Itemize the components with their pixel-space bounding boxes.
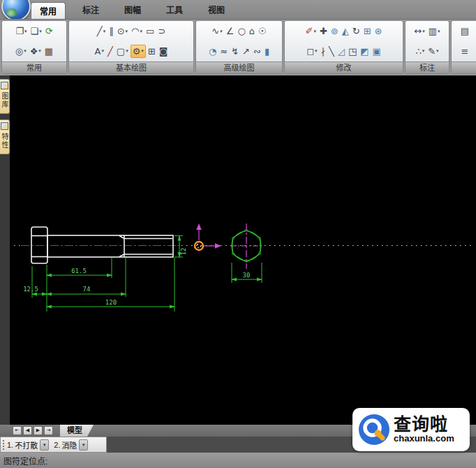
arc-icon[interactable]: ◠▾ (130, 25, 144, 37)
break-icon[interactable]: ∤ (320, 45, 327, 57)
spline-icon-dropdown[interactable]: ▾ (220, 29, 223, 34)
option-2-label[interactable]: 消隐 (61, 439, 77, 451)
sidebar-tab-图库[interactable]: 图库 (0, 79, 10, 114)
zigzag-icon[interactable]: ↯ (230, 45, 240, 57)
polyline-icon[interactable]: ⊃ (156, 25, 167, 37)
ribbon-group-高级绘图: ∿▾∠○⌂☉◔≈↯↗∾▮高级绘图 (195, 20, 283, 74)
dimension-icon-dropdown[interactable]: ▾ (422, 29, 425, 34)
centerline-icon[interactable]: ╱ (106, 45, 114, 57)
display-settings-icon[interactable]: ▦ (43, 45, 54, 57)
text-icon[interactable]: A▾ (94, 45, 105, 57)
tab-工具[interactable]: 工具 (158, 0, 191, 19)
parallel-line-icon[interactable]: ∥ (107, 25, 115, 37)
dimension-icon[interactable]: ↔▾ (412, 25, 426, 37)
erase-icon-dropdown[interactable]: ▾ (313, 29, 316, 34)
circle-icon[interactable]: ⊙▾ (116, 25, 129, 37)
text-icon-dropdown[interactable]: ▾ (102, 48, 105, 54)
option-1-label[interactable]: 不打散 (15, 439, 38, 451)
image-dim-icon-dropdown[interactable]: ▾ (438, 29, 440, 34)
coord-dim-icon-dropdown[interactable]: ▾ (422, 48, 425, 54)
rotate-icon[interactable]: ↻ (351, 25, 362, 37)
library-symbol-icon-dropdown[interactable]: ▾ (141, 48, 144, 54)
corner-icon[interactable]: ◳ (347, 45, 358, 57)
ribbon-icon-row: ∿▾∠○⌂☉ (196, 22, 282, 41)
angle-line-icon[interactable]: ∠ (225, 25, 236, 37)
offset-copy-icon[interactable]: ⊚ (329, 25, 340, 37)
ribbon: ❐▾❏▾⟳◎▾❖▾▦常用╱▾∥⊙▾◠▾▭⊃A▾╱▢▾⚙▾⊞◙基本绘图∿▾∠○⌂☉… (0, 19, 476, 75)
ribbon-icon-row: ↔▾▥▾ (406, 22, 449, 41)
copy-icon[interactable]: ❏▾ (29, 25, 43, 37)
lines-icon[interactable]: ≡ (460, 45, 470, 57)
select-icon-dropdown[interactable]: ▾ (315, 48, 318, 54)
chaxunla-logo-icon (358, 414, 390, 446)
arc-icon-dropdown[interactable]: ▾ (140, 29, 142, 34)
chamfer-icon[interactable]: ◿ (336, 45, 346, 57)
first-sheet-button[interactable]: ⇤ (13, 426, 22, 435)
erase-icon[interactable]: ✐▾ (304, 25, 318, 37)
shell-icon-glyph: ⊛ (375, 26, 382, 36)
leader-icon[interactable]: ▢▾ (115, 45, 130, 57)
region-icon[interactable]: ◙ (158, 45, 170, 57)
option-2-dropdown[interactable]: ▾ (79, 439, 88, 451)
arrow-draw-icon[interactable]: ↗ (241, 45, 251, 57)
prev-sheet-button[interactable]: ◀ (23, 426, 32, 435)
app-menu-button[interactable] (1, 0, 31, 21)
tab-视图[interactable]: 视图 (200, 0, 233, 19)
rotate-icon-glyph: ↻ (352, 26, 360, 36)
solid-fill-icon[interactable]: ▮ (263, 45, 271, 57)
dim-edit-icon-dropdown[interactable]: ▾ (436, 48, 439, 54)
select-icon[interactable]: ◻▾ (305, 45, 318, 57)
dim-edit-icon[interactable]: ✎▾ (426, 45, 440, 57)
sidebar-tab-特性[interactable]: 特性 (0, 119, 10, 154)
ribbon-group-panel: ✐▾✚⊚◭↻⊞⊛◻▾∤╲◿◳◩▣ (285, 21, 403, 61)
paste-icon[interactable]: ❐▾ (14, 25, 28, 37)
doc-edit-icon[interactable]: ▤ (459, 25, 470, 37)
paste-icon-dropdown[interactable]: ▾ (24, 29, 27, 34)
leader-icon-dropdown[interactable]: ▾ (126, 48, 128, 54)
contour-icon[interactable]: ∾ (252, 45, 262, 57)
copy-icon-dropdown[interactable]: ▾ (39, 29, 42, 34)
image-dim-icon[interactable]: ▥▾ (427, 25, 442, 37)
circle-icon-dropdown[interactable]: ▾ (126, 29, 128, 34)
pie-icon[interactable]: ◔ (207, 45, 218, 57)
line-icon[interactable]: ╱▾ (96, 25, 107, 37)
fill-icon[interactable]: ▣ (371, 45, 382, 57)
drawing-canvas[interactable]: 61.5 74 12.5 120 12 30 (10, 75, 476, 425)
toolbar-grip[interactable] (2, 439, 5, 450)
ribbon-group-label: 标注 (406, 61, 449, 73)
tab-常用[interactable]: 常用 (31, 2, 66, 19)
zoom-icon-dropdown[interactable]: ▾ (24, 48, 27, 54)
zoom-icon[interactable]: ◎▾ (14, 45, 28, 57)
rectangle-icon[interactable]: ▭ (144, 25, 156, 37)
pan-icon-dropdown[interactable]: ▾ (38, 48, 41, 54)
coord-dim-icon-glyph: ∴ (415, 46, 421, 57)
next-sheet-button[interactable]: ▶ (34, 426, 43, 435)
polygon-icon[interactable]: ⌂ (248, 25, 256, 37)
tab-标注[interactable]: 标注 (74, 0, 107, 19)
extend-icon[interactable]: ╲ (327, 45, 336, 57)
library-symbol-icon[interactable]: ⚙▾ (131, 45, 146, 58)
mirror-icon[interactable]: ◭ (341, 25, 350, 37)
model-tab[interactable]: 模型 (60, 425, 94, 437)
spline-icon[interactable]: ∿▾ (210, 25, 223, 37)
last-sheet-button[interactable]: ⇥ (44, 426, 53, 435)
option-1-dropdown[interactable]: ▾ (40, 439, 49, 451)
curve-fit-icon[interactable]: ☉ (257, 25, 268, 37)
grid-icon[interactable]: ⊞ (147, 45, 157, 57)
ribbon-group-label: 常用 (2, 61, 66, 73)
pan-icon[interactable]: ❖▾ (29, 45, 43, 57)
shell-icon[interactable]: ⊛ (373, 25, 384, 37)
ribbon-group-基本绘图: ╱▾∥⊙▾◠▾▭⊃A▾╱▢▾⚙▾⊞◙基本绘图 (68, 20, 194, 74)
array-icon[interactable]: ⊞ (362, 25, 373, 37)
dimension-lines (32, 236, 262, 312)
line-icon-dropdown[interactable]: ▾ (103, 29, 106, 34)
ellipse-icon[interactable]: ○ (236, 25, 246, 37)
tab-图幅[interactable]: 图幅 (116, 0, 149, 19)
refresh-icon[interactable]: ⟳ (44, 25, 54, 37)
move-icon[interactable]: ✚ (318, 25, 329, 37)
sidebar-tab-label: 特性 (0, 133, 10, 149)
coord-dim-icon[interactable]: ∴▾ (414, 45, 426, 57)
leader-icon-glyph: ▢ (117, 46, 125, 57)
explode-icon[interactable]: ◩ (359, 45, 370, 57)
wave-icon[interactable]: ≈ (218, 45, 229, 57)
